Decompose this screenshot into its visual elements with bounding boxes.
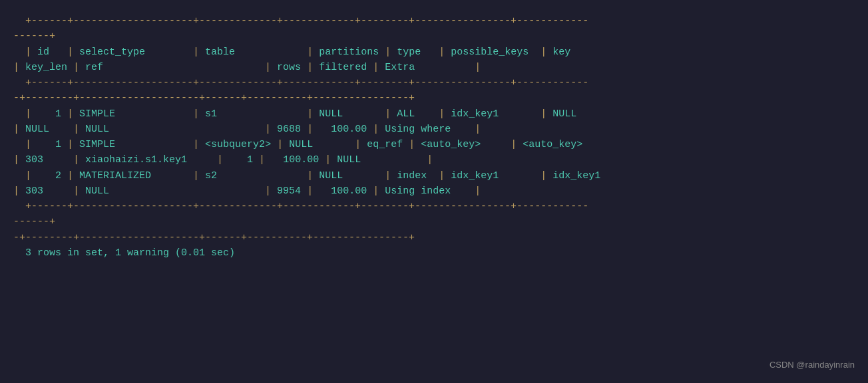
header-row-1: | id | select_type | table | partitions … xyxy=(13,45,855,60)
terminal-output: +------+--------------------+-----------… xyxy=(0,7,868,267)
separator-line-3b: ------+ xyxy=(13,214,855,229)
separator-line-2b: -+--------+--------------------+------+-… xyxy=(13,90,855,106)
result-summary: 3 rows in set, 1 warning (0.01 sec) xyxy=(13,245,855,261)
header-row-2: | key_len | ref | rows | filtered | Extr… xyxy=(13,60,855,75)
data-row-3b: | 303 | NULL | 9954 | 100.00 | Using ind… xyxy=(13,184,855,199)
data-row-1b: | NULL | NULL | 9688 | 100.00 | Using wh… xyxy=(13,122,855,137)
data-row-3a: | 2 | MATERIALIZED | s2 | NULL | index |… xyxy=(13,168,855,184)
separator-line-1: +------+--------------------+-----------… xyxy=(13,13,855,29)
separator-line-1b: ------+ xyxy=(13,29,855,44)
data-row-2b: | 303 | xiaohaizi.s1.key1 | 1 | 100.00 |… xyxy=(13,152,855,168)
separator-line-2: +------+--------------------+-----------… xyxy=(13,75,855,90)
data-row-1a: | 1 | SIMPLE | s1 | NULL | ALL | idx_key… xyxy=(13,106,855,122)
watermark: CSDN @raindayinrain xyxy=(769,360,855,370)
data-row-2a: | 1 | SIMPLE | <subquery2> | NULL | eq_r… xyxy=(13,137,855,152)
separator-line-3c: -+--------+--------------------+------+-… xyxy=(13,230,855,245)
separator-line-3: +------+--------------------+-----------… xyxy=(13,199,855,214)
